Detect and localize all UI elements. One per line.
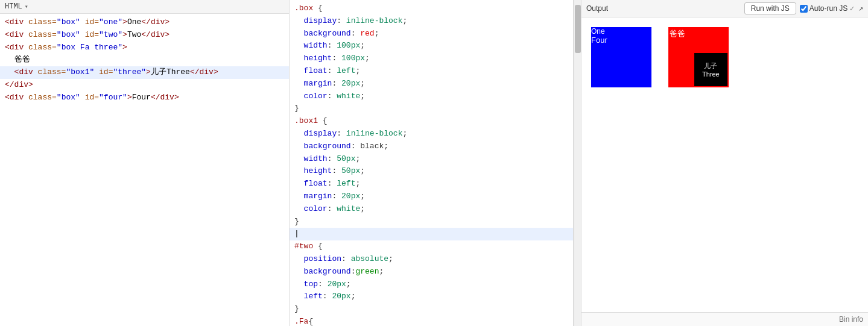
html-line-5: <div class="box1" id="three">儿子Three</di… — [0, 66, 289, 79]
css-line-18: } — [290, 216, 573, 228]
css-panel-content: .box { display: inline-block; background… — [290, 0, 573, 326]
html-tab[interactable]: HTML ▾ — [0, 0, 289, 14]
css-line-8: color: white; — [290, 90, 573, 103]
html-line-6: </div> — [0, 79, 289, 92]
output-buttons: Run with JS Auto-run JS ✓ ↗ — [744, 2, 863, 14]
preview-child-three: Three — [702, 71, 720, 78]
html-line-1: <div class="box" id="one">One</div> — [0, 16, 289, 29]
html-panel: HTML ▾ <div class="box" id="one">One</di… — [0, 0, 290, 326]
expand-icon[interactable]: ↗ — [858, 4, 863, 13]
html-line-5-text: <div class="box1" id="three">儿子Three</di… — [5, 66, 218, 79]
css-line-4: width: 100px; — [290, 40, 573, 52]
css-line-1: .box { — [290, 2, 573, 15]
preview-one-label: One — [591, 27, 605, 36]
css-line-14: height: 50px; — [290, 165, 573, 178]
autorun-checkbox[interactable] — [800, 5, 808, 13]
autorun-checkmark: ✓ — [849, 5, 855, 13]
html-dropdown-arrow[interactable]: ▾ — [25, 3, 28, 10]
main-layout: HTML ▾ <div class="box" id="one">One</di… — [0, 0, 868, 326]
css-line-6: float: left; — [290, 65, 573, 78]
css-line-23: top: 20px; — [290, 278, 573, 291]
preview-four-label: Four — [591, 36, 607, 45]
css-scrollbar-thumb[interactable] — [575, 5, 581, 53]
output-header: Output Run with JS Auto-run JS ✓ ↗ — [581, 0, 868, 17]
html-line-2-text: <div class="box" id="two">Two</div> — [5, 29, 169, 42]
preview-div-one: One Four — [591, 27, 651, 87]
html-line-7-text: <div class="box" id="four">Four</div> — [5, 92, 179, 104]
html-line-7: <div class="box" id="four">Four</div> — [0, 92, 289, 104]
css-line-2: display: inline-block; — [290, 15, 573, 28]
css-line-12: background: black; — [290, 140, 573, 153]
css-line-7: margin: 20px; — [290, 78, 573, 90]
preview-fa-div: 爸爸 儿子 Three — [668, 27, 729, 87]
css-line-17: color: white; — [290, 203, 573, 216]
css-line-11: display: inline-block; — [290, 128, 573, 140]
css-line-10: .box1 { — [290, 115, 573, 128]
css-line-16: margin: 20px; — [290, 190, 573, 203]
css-scrollbar[interactable] — [574, 0, 581, 326]
preview-box-one-group: One Four — [591, 27, 651, 90]
css-line-19: | — [290, 228, 573, 240]
html-line-3: <div class="box Fa three"> — [0, 42, 289, 54]
preview-render: One Four 爸爸 儿子 Three — [586, 22, 863, 95]
preview-baba-label: 爸爸 — [670, 28, 685, 39]
html-line-4: 爸爸 — [0, 54, 289, 66]
html-line-3-text: <div class="box Fa three"> — [5, 42, 127, 54]
css-line-21: position: absolute; — [290, 253, 573, 266]
autorun-text: Auto-run JS — [809, 4, 847, 13]
autorun-label: Auto-run JS ✓ — [800, 4, 855, 13]
run-with-js-button[interactable]: Run with JS — [744, 2, 796, 14]
css-line-22: background:green; — [290, 266, 573, 278]
html-line-2: <div class="box" id="two">Two</div> — [0, 29, 289, 42]
css-panel: .box { display: inline-block; background… — [290, 0, 574, 326]
html-panel-content: <div class="box" id="one">One</div> <div… — [0, 14, 289, 326]
html-line-6-text: </div> — [5, 79, 33, 92]
css-line-25: } — [290, 303, 573, 316]
css-line-9: } — [290, 102, 573, 115]
css-line-26: .Fa{ — [290, 316, 573, 326]
bin-info-button[interactable]: Bin info — [839, 315, 863, 324]
output-preview-container: One Four 爸爸 儿子 Three — [586, 22, 863, 307]
preview-child-div: 儿子 Three — [694, 53, 727, 86]
css-line-5: height: 100px; — [290, 52, 573, 65]
css-line-15: float: left; — [290, 178, 573, 190]
output-panel: Output Run with JS Auto-run JS ✓ ↗ — [581, 0, 868, 326]
css-line-13: width: 50px; — [290, 153, 573, 166]
output-title: Output — [586, 4, 608, 13]
html-line-4-text: 爸爸 — [5, 54, 30, 66]
html-tab-label: HTML — [5, 2, 22, 11]
css-panel-wrapper: .box { display: inline-block; background… — [290, 0, 581, 326]
css-line-3: background: red; — [290, 28, 573, 40]
css-line-20: #two { — [290, 240, 573, 253]
output-content: One Four 爸爸 儿子 Three — [581, 17, 868, 312]
preview-child-zi: 儿子 — [704, 61, 717, 71]
html-line-1-text: <div class="box" id="one">One</div> — [5, 16, 169, 29]
output-bottom: Bin info — [581, 312, 868, 326]
css-line-24: left: 20px; — [290, 290, 573, 303]
